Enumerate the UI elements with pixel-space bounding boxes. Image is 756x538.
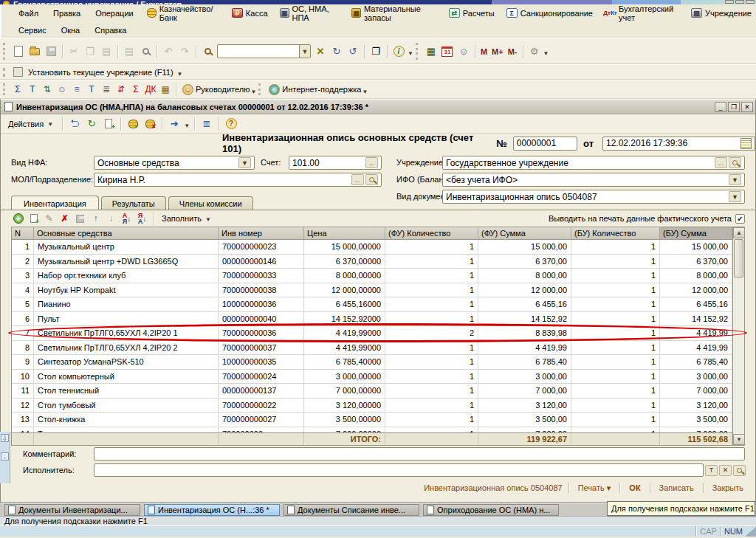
account-turnover-report-icon[interactable]: Т [26, 83, 39, 96]
info-dropdown-icon[interactable]: ▼ [408, 50, 413, 57]
chevron-down-icon[interactable]: ▼ [238, 157, 251, 168]
schet-field[interactable]: 101.00... [289, 156, 382, 170]
menu-materials[interactable]: ▦Материальные запасы [347, 3, 441, 24]
save-button[interactable]: Записать [656, 482, 697, 494]
sort-ascending-icon[interactable]: АЯ↓ [120, 212, 134, 225]
cell-fu_qty[interactable]: 2 [385, 326, 478, 340]
minimize-icon[interactable] [725, 0, 734, 4]
cell-fu_qty[interactable]: 1 [385, 384, 478, 398]
taskbar-tab-capitalization[interactable]: Оприходование ОС (НМА) н... [423, 504, 559, 516]
redo-icon[interactable]: ↷ [177, 44, 192, 59]
set-institution-button[interactable]: Установить текущее учреждение (F11) [25, 68, 176, 77]
add-copy-row-icon[interactable]: + [27, 212, 41, 225]
cell-fu_sum[interactable]: 14 152,92 [478, 312, 571, 326]
cell-bu_qty[interactable]: 1 [571, 355, 660, 369]
doc-restore-icon[interactable]: ❐ [728, 102, 740, 112]
table-row[interactable]: 13Стол-книжка7000000000273 500,0000013 5… [12, 413, 732, 427]
cell-name[interactable]: Стол-книжка [34, 413, 219, 427]
cell-name[interactable]: Т [34, 427, 219, 433]
cell-fu_sum[interactable]: 3 500,00 [478, 413, 571, 427]
menu-accounting[interactable]: ДтКтБухгалтерский учет [600, 3, 684, 24]
toolbar-gripper[interactable] [258, 83, 263, 95]
account-analysis-icon[interactable]: ⇅ [41, 83, 54, 96]
pin-panel-icon[interactable]: ↓ [1, 452, 9, 461]
toolbar-gripper[interactable] [3, 43, 7, 60]
search-clear-icon[interactable]: ✕ [313, 44, 328, 59]
column-header-name[interactable]: Основные средства [34, 227, 219, 239]
cell-n[interactable]: 8 [12, 341, 34, 355]
cell-name[interactable]: Набор орг.техники клуб [34, 269, 219, 283]
edit-row-icon[interactable]: ✎ [42, 212, 56, 225]
restore-icon[interactable] [735, 0, 744, 4]
cell-bu_qty[interactable]: 1 [571, 384, 660, 398]
cell-bu_sum[interactable]: 8 000,00 [660, 269, 732, 283]
cell-name[interactable]: Стол компьютерный [34, 370, 219, 384]
tab-results[interactable]: Результаты [101, 196, 166, 210]
end-edit-icon[interactable] [73, 212, 87, 225]
cell-n[interactable]: 6 [12, 312, 34, 326]
cell-fu_sum[interactable]: 7 000,00 [478, 427, 571, 433]
cell-fu_sum[interactable]: 3 120,00 [478, 399, 571, 413]
search-dropdown-arrow-icon[interactable]: ▼ [299, 45, 310, 58]
comment-field[interactable] [94, 447, 745, 461]
chess-sheet-icon[interactable]: ▦ [159, 83, 172, 96]
internet-support-dropdown-icon[interactable]: ▼ [362, 89, 368, 95]
vid-nfa-select[interactable]: Основные средства▼ [94, 156, 255, 170]
cell-inv[interactable]: 700000000027 [219, 413, 304, 427]
table-row[interactable]: 1Музыкальный центр70000000002315 000,000… [12, 240, 732, 255]
executor-field[interactable] [94, 463, 704, 477]
ellipsis-icon[interactable]: ... [715, 157, 727, 168]
cell-bu_sum[interactable]: 3 000,00 [660, 370, 732, 384]
cell-name[interactable]: Светильник ПрТЛГ0,65УХЛ 4,2IP20 2 [34, 341, 219, 355]
cell-name[interactable]: Музыкальный центр +DWD LG3665Q [34, 255, 219, 269]
cell-fu_sum[interactable]: 8 839,98 [478, 326, 571, 340]
cell-n[interactable]: 5 [12, 297, 34, 311]
turnover-between-subconto-icon[interactable]: ⇵ [114, 83, 128, 96]
cell-name[interactable]: Пианино [34, 297, 219, 311]
cell-bu_sum[interactable]: 4 419,99 [660, 326, 732, 340]
print-preview-icon[interactable] [138, 44, 153, 59]
cell-inv[interactable]: 700000000033 [219, 269, 304, 283]
subconto-analysis-icon[interactable]: ☺ [55, 83, 69, 96]
cell-fu_qty[interactable]: 1 [385, 312, 478, 326]
settings-wrench-icon[interactable]: ⚙ [527, 44, 542, 59]
ellipsis-icon[interactable]: ... [365, 157, 378, 168]
toolbar-gripper[interactable] [3, 68, 7, 77]
vertical-scrollbar[interactable]: ▲ ▼ [732, 227, 744, 445]
ok-button[interactable]: ОК [626, 482, 643, 494]
set-institution-dropdown-icon[interactable]: ▼ [177, 71, 183, 77]
cell-bu_sum[interactable]: 6 785,40 [660, 355, 732, 369]
mol-field[interactable]: Кирина Н.Р.... [94, 173, 382, 187]
cell-price[interactable]: 7 000,00000 [304, 427, 385, 433]
save-icon[interactable] [44, 44, 58, 59]
cell-inv[interactable]: 100000000036 [219, 297, 304, 311]
menu-cash[interactable]: ₽Касса [227, 7, 272, 19]
cell-fu_qty[interactable]: 1 [385, 370, 478, 384]
cell-price[interactable]: 14 152,92000 [304, 312, 385, 326]
account-card-icon[interactable]: Т [85, 83, 98, 96]
cell-fu_sum[interactable]: 6 370,00 [478, 255, 571, 269]
cell-bu_sum[interactable]: 3 120,00 [660, 399, 732, 413]
scroll-up-icon[interactable]: ▲ [733, 227, 745, 238]
cell-inv[interactable]: 700000000036 [219, 326, 304, 340]
undo-icon[interactable]: ↶ [161, 44, 176, 59]
cell-name[interactable]: Стол тумбовый [34, 399, 219, 413]
menu-file[interactable]: Файл [13, 7, 44, 19]
cell-bu_qty[interactable]: 1 [571, 341, 660, 355]
column-header-price[interactable]: Цена [304, 227, 385, 239]
document-number-field[interactable]: 00000001 [513, 137, 577, 151]
cell-n[interactable]: 3 [12, 269, 34, 283]
cell-inv[interactable]: 000000000040 [219, 312, 304, 326]
cell-inv[interactable]: 700000000024 [219, 370, 304, 384]
cell-inv[interactable]: 700000000022 [219, 399, 304, 413]
taskbar-tab-writeoff-list[interactable]: Документы Списание инве... [284, 504, 419, 516]
menu-service[interactable]: Сервис [13, 24, 52, 36]
scrollbar-thumb[interactable] [734, 239, 743, 277]
cell-inv[interactable]: 000000000137 [219, 384, 304, 398]
cell-inv[interactable]: 700000000037 [219, 341, 304, 355]
go-to-icon[interactable]: ➔ [167, 117, 182, 131]
cell-name[interactable]: Ноутбук HP Kompakt [34, 283, 219, 297]
cell-n[interactable]: 11 [12, 384, 34, 398]
summary-postings-icon[interactable]: Σ [129, 83, 142, 96]
cell-bu_qty[interactable]: 1 [571, 240, 660, 254]
